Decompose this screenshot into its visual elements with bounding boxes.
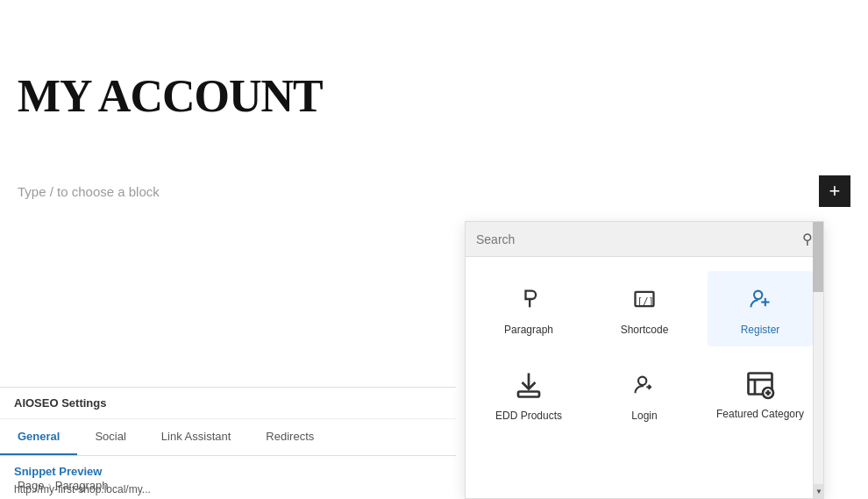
block-label-featured-category: Featured Category (716, 408, 804, 420)
tab-general[interactable]: General (0, 419, 77, 455)
editor-area: MY ACCOUNT Type / to choose a block + AI… (0, 0, 868, 499)
block-hint[interactable]: Type / to choose a block (18, 184, 160, 199)
block-inserter-panel: ⚲ Paragraph [/] (465, 221, 824, 499)
block-item-register[interactable]: Register (708, 271, 813, 346)
featured-category-icon (744, 369, 776, 401)
block-label-login: Login (631, 410, 657, 422)
aioseo-header: AIOSEO Settings (0, 388, 456, 419)
register-icon (743, 282, 778, 317)
block-label-shortcode: Shortcode (621, 324, 669, 336)
edd-icon (511, 367, 546, 403)
block-item-shortcode[interactable]: [/] Shortcode (592, 271, 697, 346)
search-input[interactable] (476, 232, 795, 246)
block-label-register: Register (741, 324, 780, 336)
blocks-grid: Paragraph [/] Shortcode (466, 257, 823, 446)
add-block-button[interactable]: + (819, 175, 850, 207)
svg-text:[/]: [/] (637, 296, 654, 306)
breadcrumb-page: Page (18, 479, 44, 492)
scrollbar-track: ▲ ▼ (813, 222, 823, 498)
block-item-featured-category[interactable]: Featured Category (708, 357, 813, 432)
snippet-label: Snippet Preview (14, 465, 442, 478)
breadcrumb-paragraph: Paragraph (55, 479, 109, 492)
block-label-paragraph: Paragraph (504, 324, 553, 336)
login-icon (627, 367, 662, 403)
aioseo-tabs: General Social Link Assistant Redirects (0, 419, 456, 456)
tab-link-assistant[interactable]: Link Assistant (144, 419, 249, 455)
shortcode-icon: [/] (627, 282, 662, 317)
tab-redirects[interactable]: Redirects (248, 419, 331, 455)
paragraph-icon (511, 282, 546, 317)
block-label-edd-products: EDD Products (495, 410, 562, 422)
block-item-login[interactable]: Login (592, 357, 697, 432)
svg-rect-6 (518, 392, 539, 397)
svg-point-3 (754, 291, 762, 299)
breadcrumb: Page › Paragraph (18, 479, 108, 492)
page-title: MY ACCOUNT (18, 70, 323, 122)
search-bar: ⚲ (466, 222, 823, 257)
scrollbar-thumb[interactable] (813, 222, 823, 292)
snippet-section: Snippet Preview http://my-first-shop.loc… (0, 456, 456, 499)
svg-point-7 (638, 377, 646, 385)
tab-social[interactable]: Social (77, 419, 143, 455)
block-item-edd-products[interactable]: EDD Products (476, 357, 581, 432)
breadcrumb-chevron: › (47, 479, 51, 492)
scrollbar-arrow-down[interactable]: ▼ (814, 484, 824, 498)
search-icon: ⚲ (802, 231, 813, 247)
block-item-paragraph[interactable]: Paragraph (476, 271, 581, 346)
